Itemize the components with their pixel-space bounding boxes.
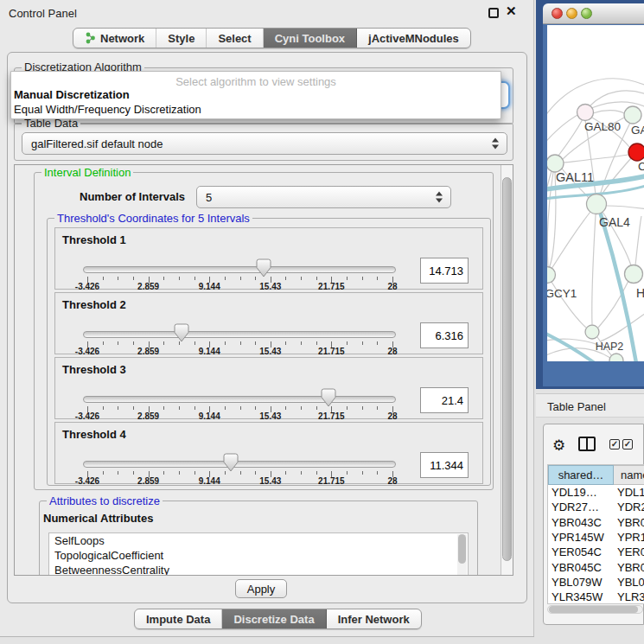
table-row[interactable]: YDL19…YDL19…: [548, 485, 644, 500]
slider-scale-label: 2.859: [137, 282, 159, 291]
slider-tick: [301, 471, 302, 475]
threshold-value-field[interactable]: 11.344: [420, 452, 469, 478]
slider-tick: [240, 341, 241, 345]
table-horizontal-scrollbar[interactable]: [547, 605, 643, 614]
table-data-group: Table Data galFiltered.sif default node: [14, 123, 513, 161]
slider-tick: [179, 277, 180, 280]
slider-thumb[interactable]: [321, 388, 336, 407]
table-row[interactable]: YBR045CYBR045C: [548, 560, 644, 575]
number-of-intervals-value: 5: [206, 191, 212, 204]
column-header-name[interactable]: name: [614, 465, 644, 485]
threshold-value-field[interactable]: 6.316: [420, 322, 469, 348]
slider-track[interactable]: [83, 461, 396, 468]
slider-scale-label: 28: [387, 411, 397, 421]
float-window-icon[interactable]: [488, 8, 499, 18]
popup-item-equal-width[interactable]: Equal Width/Frequency Discretization: [14, 103, 201, 116]
network-canvas[interactable]: GAL80 GA C GAL11 GAL4 GCY1 H HAP2: [536, 0, 644, 393]
node-label-partial-top: GA: [631, 124, 644, 137]
slider-tick: [347, 406, 348, 410]
node-bottom-partial[interactable]: [609, 354, 623, 367]
node-top-right[interactable]: [624, 106, 641, 124]
table-row[interactable]: YBL079WYBL079W: [548, 575, 644, 590]
slider-track[interactable]: [83, 266, 396, 273]
thresholds-legend: Threshold's Coordinates for 5 Intervals: [54, 212, 252, 225]
cell-name: YBR045C: [617, 561, 644, 574]
network-icon: [85, 32, 96, 44]
column-header-shared-name[interactable]: shared…: [548, 465, 614, 485]
close-icon[interactable]: ✕: [506, 3, 517, 19]
node-hap2[interactable]: [585, 325, 599, 339]
table-row[interactable]: YPR145WYPR145W: [548, 530, 644, 545]
checkbox-icon[interactable]: ✓: [622, 439, 633, 450]
node-red-selected[interactable]: [628, 143, 644, 161]
node-mid-right[interactable]: [625, 265, 643, 284]
combo-stepper-icon: [436, 192, 443, 203]
slider-tick: [240, 277, 241, 280]
node-label-gal4: GAL4: [599, 215, 630, 229]
slider-track[interactable]: [83, 396, 396, 403]
slider-track[interactable]: [83, 331, 396, 338]
slider-scale-label: 21.715: [318, 347, 345, 356]
attributes-list-scrollbar[interactable]: [457, 534, 467, 576]
control-panel-tabbar: Network Style Select Cyni Toolbox jActiv…: [73, 28, 471, 48]
node-gal80[interactable]: [577, 105, 594, 121]
node-label-gal11: GAL11: [556, 170, 594, 184]
attribute-list-item[interactable]: BetweennessCentrality: [49, 563, 468, 576]
threshold-value-field[interactable]: 14.713: [420, 258, 469, 284]
attribute-list-item[interactable]: TopologicalCoefficient: [49, 548, 468, 563]
slider-tick: [255, 406, 256, 410]
node-label-gcy1: GCY1: [545, 287, 577, 300]
apply-button[interactable]: Apply: [235, 579, 287, 598]
slider-tick: [301, 406, 302, 410]
cell-shared-name: YPR145W: [552, 531, 612, 544]
gear-icon[interactable]: ⚙: [552, 437, 565, 455]
slider-tick: [362, 406, 363, 410]
numerical-attributes-list[interactable]: SelfLoopsTopologicalCoefficientBetweenne…: [48, 532, 469, 576]
slider-tick: [163, 277, 164, 280]
window-bottom-edge: [0, 636, 534, 637]
slider-scale-label: -3.426: [75, 282, 99, 291]
slider-tick: [285, 277, 286, 280]
scrollbar-thumb[interactable]: [549, 606, 638, 613]
tab-jactivemnodules[interactable]: jActiveMNodules: [357, 29, 470, 48]
tab-infer-network[interactable]: Infer Network: [327, 609, 421, 628]
slider-tick: [179, 471, 180, 475]
tab-impute-data[interactable]: Impute Data: [135, 609, 222, 628]
tab-style[interactable]: Style: [156, 29, 207, 48]
tab-cyni-toolbox[interactable]: Cyni Toolbox: [264, 29, 357, 48]
slider-thumb[interactable]: [256, 258, 271, 277]
node-gal11[interactable]: [546, 155, 564, 172]
settings-scrollpane: Interval Definition Number of Intervals …: [14, 164, 513, 576]
scrollbar-thumb[interactable]: [502, 177, 512, 561]
slider-scale-label: 28: [387, 347, 397, 356]
tab-network[interactable]: Network: [73, 29, 156, 48]
slider-scale-label: 21.715: [318, 476, 345, 486]
tab-select[interactable]: Select: [207, 29, 263, 48]
table-row[interactable]: YER054CYER054C: [548, 545, 644, 559]
columns-icon[interactable]: [578, 437, 596, 451]
slider-scale-label: 2.859: [137, 347, 159, 356]
table-row[interactable]: YBR043CYBR043C: [548, 515, 644, 530]
table-row[interactable]: YDR27…YDR27…: [548, 500, 644, 514]
node-gal4[interactable]: [587, 194, 607, 214]
slider-scale-label: 28: [387, 476, 397, 486]
number-of-intervals-combobox[interactable]: 5: [196, 186, 451, 208]
slider-tick: [103, 341, 104, 345]
attribute-list-item[interactable]: SelfLoops: [49, 533, 468, 548]
node-label-partial-mid: C: [638, 160, 644, 173]
popup-placeholder-item[interactable]: Select algorithm to view settings: [11, 75, 501, 88]
settings-vertical-scrollbar[interactable]: [501, 165, 513, 575]
node-gcy1[interactable]: [539, 267, 556, 284]
tab-discretize-data[interactable]: Discretize Data: [222, 609, 326, 628]
table-data-combobox[interactable]: galFiltered.sif default node: [22, 132, 507, 155]
slider-thumb[interactable]: [223, 453, 239, 472]
slider-scale-label: 9.144: [199, 476, 220, 486]
threshold-value-field[interactable]: 21.4: [420, 387, 469, 413]
table-row[interactable]: YLR345WYLR345W: [548, 590, 644, 604]
slider-scale-label: 2.859: [137, 411, 159, 421]
popup-item-manual-discretization[interactable]: Manual Discretization: [14, 88, 130, 101]
slider-thumb[interactable]: [174, 323, 189, 342]
checkbox-icon[interactable]: ✓: [609, 439, 620, 450]
slider-tick: [133, 341, 134, 345]
slider-scale-label: 15.43: [259, 476, 281, 486]
